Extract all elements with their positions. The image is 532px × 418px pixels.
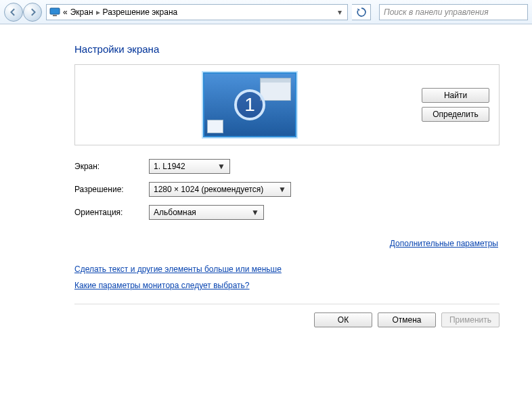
divider	[74, 304, 500, 304]
monitor-icon	[49, 7, 60, 17]
monitor-1-preview[interactable]: 1	[203, 72, 296, 137]
screen-label: Экран:	[74, 162, 149, 171]
resolution-value: 1280 × 1024 (рекомендуется)	[154, 185, 263, 194]
chevron-down-icon: ▼	[251, 208, 259, 217]
forward-button[interactable]	[23, 3, 42, 22]
display-preview-panel: 1 Найти Определить	[74, 64, 500, 145]
footer-buttons: ОК Отмена Применить	[0, 312, 532, 327]
page-title: Настройки экрана	[74, 43, 500, 55]
explorer-topbar: « Экран ▸ Разрешение экрана ▾ Поиск в па…	[0, 0, 532, 24]
monitor-number-badge: 1	[234, 89, 265, 120]
svg-rect-1	[53, 15, 57, 16]
svg-rect-0	[50, 8, 60, 14]
chevron-down-icon: ▼	[278, 185, 286, 194]
chevron-right-icon: ▸	[96, 7, 100, 17]
back-button[interactable]	[4, 3, 23, 22]
text-size-link[interactable]: Сделать текст и другие элементы больше и…	[74, 264, 500, 274]
identify-button[interactable]: Определить	[422, 107, 489, 122]
taskbar-thumb-icon	[207, 120, 223, 133]
screen-dropdown[interactable]: 1. L1942 ▼	[149, 159, 230, 174]
ok-button[interactable]: ОК	[314, 312, 372, 327]
window-thumb-icon	[260, 78, 291, 101]
cancel-button[interactable]: Отмена	[378, 312, 436, 327]
content-area: Настройки экрана 1 Найти Определить Экра…	[0, 24, 532, 304]
breadcrumb-item-resolution[interactable]: Разрешение экрана	[103, 7, 178, 17]
resolution-dropdown[interactable]: 1280 × 1024 (рекомендуется) ▼	[149, 182, 291, 197]
advanced-settings-link[interactable]: Дополнительные параметры	[390, 239, 498, 248]
find-button[interactable]: Найти	[422, 88, 489, 103]
search-input[interactable]: Поиск в панели управления	[379, 4, 528, 20]
chevron-down-icon: ▼	[217, 162, 225, 171]
settings-form: Экран: 1. L1942 ▼ Разрешение: 1280 × 102…	[74, 159, 500, 220]
arrow-left-icon	[9, 8, 18, 16]
refresh-icon	[357, 7, 366, 17]
preview-side-buttons: Найти Определить	[422, 88, 489, 122]
advanced-link-row: Дополнительные параметры	[74, 239, 500, 248]
arrow-right-icon	[28, 8, 37, 16]
nav-buttons	[4, 3, 42, 22]
orientation-label: Ориентация:	[74, 208, 149, 217]
screen-value: 1. L1942	[154, 162, 185, 171]
display-preview-center: 1	[85, 72, 415, 137]
apply-button[interactable]: Применить	[441, 312, 500, 327]
search-placeholder: Поиск в панели управления	[384, 7, 489, 17]
help-links: Сделать текст и другие элементы больше и…	[74, 264, 500, 290]
refresh-button[interactable]	[352, 4, 371, 20]
breadcrumb-root: «	[63, 7, 68, 17]
orientation-value: Альбомная	[154, 208, 196, 217]
which-settings-link[interactable]: Какие параметры монитора следует выбрать…	[74, 281, 500, 290]
address-bar[interactable]: « Экран ▸ Разрешение экрана ▾	[46, 4, 348, 20]
breadcrumb-item-screen[interactable]: Экран	[70, 7, 93, 17]
orientation-dropdown[interactable]: Альбомная ▼	[149, 205, 264, 220]
address-dropdown-icon[interactable]: ▾	[335, 7, 345, 17]
resolution-label: Разрешение:	[74, 185, 149, 194]
